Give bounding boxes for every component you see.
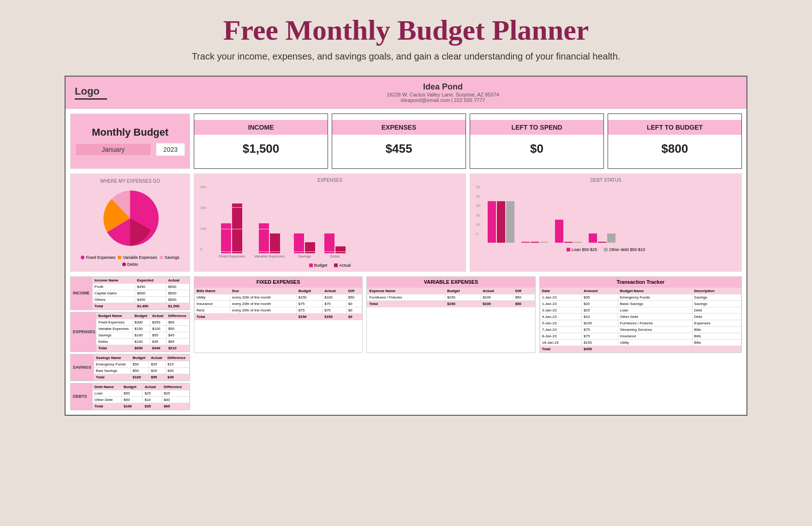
right-section: FIXED EXPENSES Bills Name Due Budget Act… bbox=[194, 276, 742, 410]
bar-label-debts: Debts bbox=[330, 254, 340, 258]
income-th-expected: Expected bbox=[135, 277, 166, 284]
table-cell: Bills bbox=[692, 327, 741, 333]
company-address: 16228 W. Cactus Valley Lane, Surprise, A… bbox=[149, 92, 737, 97]
company-name: Idea Pond bbox=[149, 82, 737, 92]
table-cell: Rent bbox=[195, 307, 230, 314]
table-row: Insuranceevery 20th of the month$75$75$0 bbox=[195, 301, 362, 307]
table-cell: $55 bbox=[149, 374, 165, 381]
table-cell: $100 bbox=[150, 326, 166, 332]
table-row: 3-Jan-23$25LoanDebt bbox=[540, 307, 741, 314]
table-cell: $150 bbox=[296, 314, 322, 320]
table-cell: Variable Expenses bbox=[96, 326, 133, 332]
table-cell: $1,500 bbox=[166, 303, 190, 310]
table-cell: $50 bbox=[166, 326, 189, 332]
bar-label-fixed: Fixed Expenses bbox=[219, 254, 245, 258]
debt-bar-4b bbox=[598, 242, 606, 243]
tt-th-desc: Description bbox=[692, 288, 741, 294]
table-cell: $35 bbox=[582, 294, 618, 301]
table-row: 7-Jan-23$75Streaming ServicesBills bbox=[540, 327, 741, 333]
fixed-expenses-header: FIXED EXPENSES bbox=[194, 277, 362, 287]
savings-table-block: SAVINGS Savings Name Budget Actual Diffe… bbox=[70, 354, 190, 381]
table-cell: $35 bbox=[150, 339, 166, 345]
expenses-bar-legend: Budget Actual bbox=[198, 263, 462, 268]
transaction-tracker-table: Date Amount Budget Name Description 1-Ja… bbox=[540, 287, 741, 353]
fe-th-name: Bills Name bbox=[195, 288, 230, 294]
table-cell: $100 bbox=[481, 294, 513, 301]
debt-bar-2b bbox=[531, 242, 539, 243]
table-cell: Loan bbox=[618, 307, 692, 314]
logo-underline bbox=[75, 98, 107, 100]
table-cell: Capital Gains bbox=[92, 290, 135, 297]
table-row: Variable Expenses$150$100$50 bbox=[96, 326, 190, 332]
table-cell: Streaming Services bbox=[618, 327, 692, 333]
sav-th-actual: Actual bbox=[149, 355, 165, 361]
income-label: INCOME bbox=[194, 120, 328, 135]
table-cell: Furnitures / Fixtures bbox=[367, 294, 445, 301]
exp-th-actual: Actual bbox=[150, 313, 166, 319]
table-cell: $75 bbox=[322, 301, 346, 307]
table-cell: $50 bbox=[131, 361, 149, 368]
table-cell: Basi Savings bbox=[94, 368, 131, 374]
table-cell: Total bbox=[94, 374, 131, 381]
ve-th-name: Expense Name bbox=[367, 288, 445, 294]
table-row-total: Total$455 bbox=[540, 346, 741, 353]
table-cell: $10 bbox=[143, 397, 162, 403]
table-cell: $65 bbox=[166, 339, 189, 345]
table-cell: 3-Jan-23 bbox=[540, 307, 581, 314]
table-cell: $1,450 bbox=[135, 303, 166, 310]
table-cell: Fixed Expenses bbox=[96, 319, 133, 326]
tt-th-amount: Amount bbox=[582, 288, 618, 294]
table-cell: $25 bbox=[162, 390, 190, 397]
ve-th-actual: Actual bbox=[481, 288, 513, 294]
table-row: Savings$100$55$45 bbox=[96, 332, 190, 339]
fixed-expenses-card: FIXED EXPENSES Bills Name Due Budget Act… bbox=[194, 276, 363, 353]
debts-section-label: DEBTS bbox=[71, 383, 92, 410]
table-cell: $25 bbox=[143, 390, 162, 397]
debt-bar-2a bbox=[521, 242, 530, 243]
table-row: Emergency Funds$50$35$15 bbox=[94, 361, 189, 368]
table-cell: Debt bbox=[692, 314, 741, 320]
exp-th-name: Budget Name bbox=[96, 313, 133, 319]
legend-label-fixed: Fixed Expenses bbox=[86, 255, 115, 260]
table-cell: $210 bbox=[166, 345, 189, 352]
table-cell: $250 bbox=[150, 319, 166, 326]
table-cell: $45 bbox=[166, 332, 189, 339]
table-cell: $500 bbox=[166, 297, 190, 303]
transaction-tracker-card: Transaction Tracker Date Amount Budget N… bbox=[539, 276, 742, 353]
month-box: January bbox=[75, 143, 151, 156]
legend-savings: Savings bbox=[160, 255, 179, 260]
legend-dot-other-debt bbox=[604, 248, 608, 251]
debt-legend: Loan $50-$25 Other debt $50-$10 bbox=[474, 247, 738, 252]
table-row: 5-Jan-23$100Furnitures / FixturesExpense… bbox=[540, 320, 741, 327]
monthly-budget-card: Monthly Budget January 2023 bbox=[70, 114, 190, 169]
table-cell: Debts bbox=[96, 339, 133, 345]
expenses-bars: 3002001000 F bbox=[198, 185, 462, 261]
table-cell: $50 bbox=[513, 301, 535, 307]
table-cell: $100 bbox=[481, 301, 513, 307]
table-cell: Other Debt bbox=[618, 314, 692, 320]
table-row: Debts$100$35$65 bbox=[96, 339, 190, 345]
table-cell: $50 bbox=[122, 397, 143, 403]
table-cell: 5-Jan-23 bbox=[540, 320, 581, 327]
legend-budget: Budget bbox=[309, 263, 328, 268]
table-cell: $455 bbox=[582, 346, 618, 353]
income-value: $1,500 bbox=[243, 135, 280, 163]
page-title: Free Monthly Budget Planner bbox=[223, 14, 589, 47]
expenses-card: EXPENSES $455 bbox=[332, 114, 466, 169]
pie-legend: Fixed Expenses Variable Expenses Savings… bbox=[75, 255, 185, 267]
debt-bars: 50403020100 bbox=[474, 185, 738, 245]
table-cell: $20 bbox=[149, 368, 165, 374]
legend-debts: Debts bbox=[122, 262, 138, 267]
debt-bar-2c bbox=[540, 242, 548, 243]
company-info: Idea Pond 16228 W. Cactus Valley Lane, S… bbox=[149, 82, 737, 103]
table-cell: Bills bbox=[692, 340, 741, 346]
table-cell: $55 bbox=[150, 332, 166, 339]
table-cell: $150 bbox=[132, 326, 150, 332]
debt-bar-1b bbox=[497, 201, 505, 243]
savings-section-label: SAVINGS bbox=[71, 354, 94, 381]
left-to-budget-label: LEFT TO BUDGET bbox=[608, 120, 741, 135]
table-cell: $0 bbox=[346, 307, 362, 314]
expenses-section-label: EXPENSES bbox=[71, 312, 96, 352]
ve-th-budget: Budget bbox=[445, 288, 481, 294]
table-cell: $150 bbox=[322, 314, 346, 320]
